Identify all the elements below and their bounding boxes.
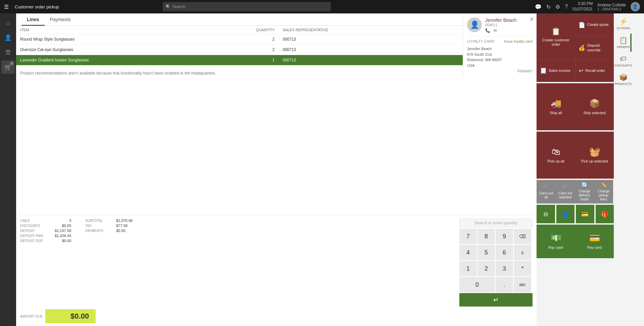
chat-icon[interactable]: 💬: [535, 4, 542, 10]
create-quote-tile[interactable]: 📄 Create quote: [575, 13, 614, 36]
create-quote-label: Create quote: [587, 22, 609, 27]
phone-icon[interactable]: 📞: [485, 28, 490, 33]
deposit-paid-label: DEPOSIT PAID: [20, 234, 50, 238]
table-row[interactable]: Round Wrap Style Sunglasses 2 000713 $52…: [16, 34, 537, 45]
tab-payments[interactable]: Payments: [45, 13, 76, 26]
customer-id: 004011: [485, 23, 516, 27]
sidebar-customer[interactable]: 👤: [1, 31, 15, 44]
lines-label: LINES: [20, 219, 50, 223]
col-sales-rep: SALES REPRESENTATIVE: [279, 26, 415, 34]
card-icon: 💳: [581, 211, 589, 218]
hamburger-menu[interactable]: ☰: [4, 4, 9, 10]
summary-left: LINES 3 SUBTOTAL $1,070.00 DISCOUNTS $0.…: [20, 219, 459, 307]
sidebar-cart[interactable]: 🛒 5: [1, 60, 15, 74]
tiles-row-2: 🧾 Sales invoice ↩ Recall order: [537, 59, 614, 82]
customer-address: Jennifer Beach 678 South 21st Redmond, W…: [467, 46, 533, 68]
green-action-4[interactable]: 🎁: [596, 205, 614, 223]
deposit-value: $1,147.58: [54, 229, 71, 233]
datetime-display: 3:30 PM 01/07/2021: [572, 1, 593, 12]
ship-selected-icon: 📦: [589, 98, 600, 109]
numpad-8[interactable]: 8: [477, 229, 495, 244]
numpad-dot[interactable]: .: [496, 277, 513, 292]
numpad-3[interactable]: 3: [496, 261, 513, 276]
discounts-row: DISCOUNTS $0.00 TAX $77.58: [20, 224, 459, 228]
pick-up-all-tile[interactable]: 🛍 Pick up all: [537, 132, 575, 179]
numpad-enter[interactable]: ↵: [459, 293, 533, 307]
user-avatar[interactable]: 👤: [631, 2, 640, 11]
carry-out-all-tile[interactable]: 🛒 Carry out all: [537, 180, 556, 203]
discounts-strip-item[interactable]: 🏷 DISCOUNTS: [615, 52, 632, 70]
sidebar-home[interactable]: ⌂: [1, 16, 15, 30]
pick-up-selected-tile[interactable]: 🧺 Pick up selected: [575, 132, 614, 179]
lines-row: LINES 3 SUBTOTAL $1,070.00: [20, 219, 459, 223]
customer-avatar: 👤: [467, 17, 482, 32]
green-action-2[interactable]: 👤: [556, 205, 575, 223]
numpad-abc[interactable]: abc: [514, 277, 531, 292]
bottom-area: LINES 3 SUBTOTAL $1,070.00 DISCOUNTS $0.…: [16, 216, 537, 326]
help-icon[interactable]: ?: [565, 4, 568, 10]
discounts-value: $0.00: [54, 224, 71, 228]
deposit-due-label: DEPOSIT DUE: [20, 239, 50, 243]
orders-strip-item[interactable]: 📋 ORDERS: [615, 34, 632, 52]
pay-cash-label: Pay cash: [548, 245, 563, 250]
ship-all-icon: 🚚: [551, 98, 561, 109]
carry-out-selected-label: Carry out selected: [557, 191, 573, 199]
products-strip-item[interactable]: 📦 PRODUCTS: [615, 71, 632, 89]
numpad-multiply[interactable]: *: [514, 261, 531, 276]
customer-close-button[interactable]: ✕: [530, 16, 534, 22]
numpad-backspace[interactable]: ⌫: [514, 229, 531, 244]
issue-loyalty-button[interactable]: Issue loyalty card: [504, 39, 533, 43]
tab-lines[interactable]: Lines: [21, 13, 45, 26]
tab-bar: Lines Payments: [16, 13, 537, 26]
item-rep: 000713: [279, 55, 415, 65]
pay-card-label: Pay card: [587, 245, 602, 250]
tiles-row-1: 📋 Create customer order 📄 Create quote 💰…: [537, 13, 614, 60]
table-row[interactable]: Lavender Gradient Aviator Sunglasses 1 0…: [16, 55, 537, 65]
numpad-search-label: Search or enter quantity: [459, 219, 533, 227]
numpad-0[interactable]: 0: [459, 277, 495, 292]
change-pickup-icon: ✏️: [601, 182, 606, 187]
deposit-paid-row: DEPOSIT PAID $1,426.43: [20, 234, 459, 238]
loyalty-label: LOYALTY CARD: [467, 39, 495, 43]
numpad-plusminus[interactable]: ±: [514, 245, 531, 260]
refresh-icon[interactable]: ↻: [546, 4, 551, 10]
email-icon[interactable]: ✉: [494, 28, 497, 33]
ship-selected-tile[interactable]: 📦 Ship selected: [575, 83, 614, 130]
numpad-5[interactable]: 5: [477, 245, 495, 260]
change-pickup-lines-tile[interactable]: ✏️ Change pickup lines: [594, 180, 613, 203]
numpad-9[interactable]: 9: [496, 229, 513, 244]
search-bar[interactable]: 🔍 Search: [163, 2, 331, 11]
col-quantity: QUANTITY: [211, 26, 279, 34]
ship-all-label: Ship all: [550, 111, 562, 115]
tiles-row-4: 🛍 Pick up all 🧺 Pick up selected: [537, 132, 614, 179]
pay-card-tile[interactable]: 💳 Pay card: [575, 225, 614, 258]
right-container: 📋 Create customer order 📄 Create quote 💰…: [537, 13, 644, 326]
green-action-3[interactable]: 💳: [576, 205, 594, 223]
carry-out-selected-tile[interactable]: 🛒 Carry out selected: [556, 180, 575, 203]
cart-badge: 5: [9, 61, 14, 66]
create-customer-order-tile[interactable]: 📋 Create customer order: [537, 13, 575, 60]
deposit-override-tile[interactable]: 💰 Deposit override: [575, 36, 614, 59]
subtotal-label: SUBTOTAL: [85, 219, 112, 223]
actions-strip-item[interactable]: ⚡ ACTIONS: [615, 15, 632, 33]
green-action-1[interactable]: ⊖: [537, 205, 555, 223]
change-delivery-mode-tile[interactable]: 🔄 Change delivery mode: [575, 180, 594, 203]
table-row[interactable]: Oversize Cat-eye Sunglasses 2 000713 $42…: [16, 45, 537, 55]
pay-cash-tile[interactable]: 💵 Pay cash: [537, 225, 575, 258]
numpad-4[interactable]: 4: [459, 245, 477, 260]
numpad-2[interactable]: 2: [477, 261, 495, 276]
search-placeholder: Search: [173, 4, 185, 9]
sales-invoice-tile[interactable]: 🧾 Sales invoice: [537, 59, 575, 82]
numpad-6[interactable]: 6: [496, 245, 513, 260]
main-content: Lines Payments ITEM QUANTITY SALES REPRE…: [16, 13, 644, 326]
pay-cash-icon: 💵: [551, 233, 561, 243]
numpad-7[interactable]: 7: [459, 229, 477, 244]
numpad-1[interactable]: 1: [459, 261, 477, 276]
sidebar-menu[interactable]: ☰: [1, 46, 15, 59]
settings-icon[interactable]: ⚙: [555, 4, 560, 10]
customer-name: Jennifer Beach: [485, 17, 516, 23]
ship-all-tile[interactable]: 🚚 Ship all: [537, 83, 575, 130]
tax-value: $77.58: [116, 224, 128, 228]
sales-invoice-label: Sales invoice: [549, 68, 570, 73]
recall-order-tile[interactable]: ↩ Recall order: [575, 59, 614, 82]
